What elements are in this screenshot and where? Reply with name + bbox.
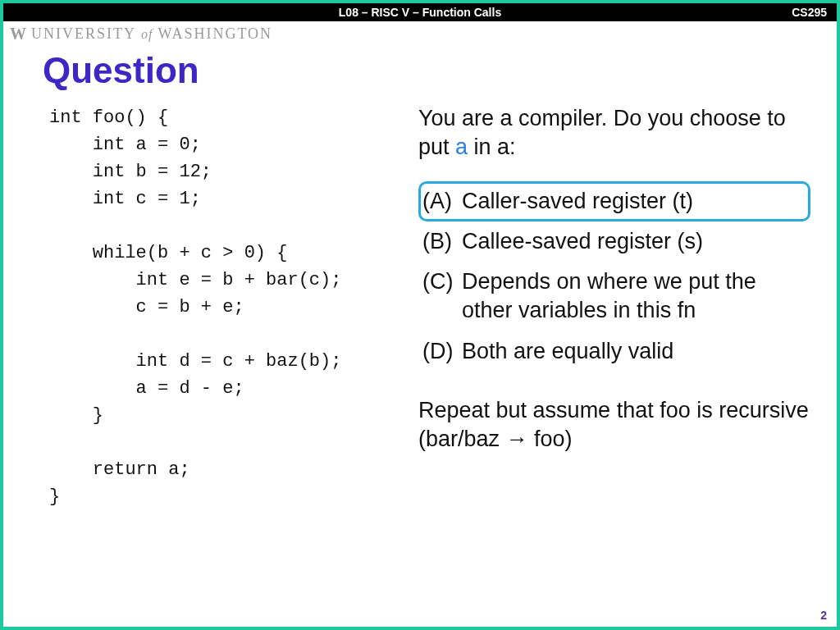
option-label: (A): [422, 187, 462, 216]
university-word-2: WASHINGTON: [158, 25, 272, 43]
option-text: Both are equally valid: [462, 337, 673, 366]
university-branding: W UNIVERSITY of WASHINGTON: [3, 21, 837, 43]
question-prompt: You are a compiler. Do you choose to put…: [418, 104, 817, 162]
slide-content: int foo() { int a = 0; int b = 12; int c…: [3, 91, 837, 510]
option-d[interactable]: (D) Both are equally valid: [418, 331, 810, 372]
answer-options: (A) Caller-saved register (t) (B) Callee…: [418, 181, 817, 371]
option-b[interactable]: (B) Callee-saved register (s): [418, 221, 810, 262]
university-word-1: UNIVERSITY: [31, 25, 136, 43]
slide-title: Question: [3, 43, 837, 91]
uw-logo-icon: W: [10, 25, 26, 43]
followup-prompt: Repeat but assume that foo is recursive …: [418, 396, 817, 454]
option-text: Depends on where we put the other variab…: [462, 267, 800, 325]
option-text: Callee-saved register (s): [462, 227, 703, 256]
option-label: (B): [422, 227, 462, 256]
slide-header: L08 – RISC V – Function Calls CS295: [3, 3, 837, 21]
option-label: (D): [422, 337, 462, 366]
code-block: int foo() { int a = 0; int b = 12; int c…: [49, 104, 410, 510]
option-label: (C): [422, 267, 462, 296]
lecture-title: L08 – RISC V – Function Calls: [339, 6, 501, 19]
prompt-post: in a:: [468, 135, 516, 159]
page-number: 2: [820, 609, 827, 622]
course-code: CS295: [792, 6, 827, 19]
university-word-of: of: [141, 27, 153, 42]
option-c[interactable]: (C) Depends on where we put the other va…: [418, 262, 810, 331]
question-panel: You are a compiler. Do you choose to put…: [418, 104, 817, 510]
prompt-variable: a: [455, 135, 468, 159]
option-text: Caller-saved register (t): [462, 187, 693, 216]
option-a[interactable]: (A) Caller-saved register (t): [418, 181, 810, 221]
